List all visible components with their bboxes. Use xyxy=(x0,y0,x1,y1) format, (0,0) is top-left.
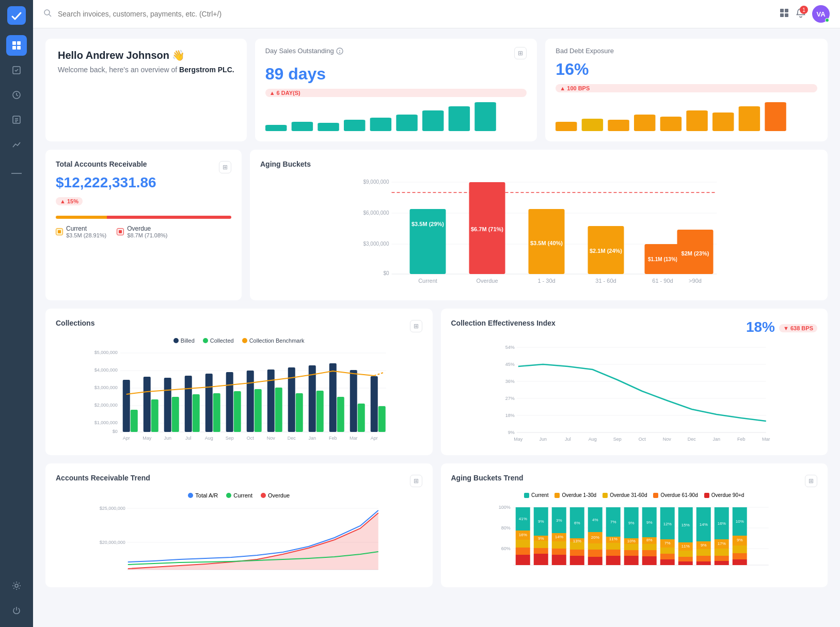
cei-title: Collection Effectiveness Index xyxy=(451,319,556,327)
svg-text:$4,000,000: $4,000,000 xyxy=(94,367,118,373)
svg-rect-7 xyxy=(13,116,20,123)
svg-text:9%: 9% xyxy=(508,430,514,435)
svg-rect-51 xyxy=(410,209,446,274)
ar-legend: Current $3.5M (28.91%) Overdue $8.7M (71… xyxy=(56,225,231,238)
bad-debt-title: Bad Debt Exposure xyxy=(556,47,614,55)
svg-text:Nov: Nov xyxy=(267,436,276,441)
svg-rect-89 xyxy=(205,374,213,432)
svg-text:Jan: Jan xyxy=(712,437,720,442)
svg-text:$0: $0 xyxy=(383,270,389,276)
collections-expand[interactable]: ⊞ xyxy=(410,320,422,332)
svg-text:Oct: Oct xyxy=(247,436,255,441)
svg-text:9%: 9% xyxy=(700,543,706,548)
svg-rect-236 xyxy=(714,556,728,561)
collected-dot xyxy=(203,338,208,343)
legend-at-61-90: Overdue 61-90d xyxy=(653,492,698,498)
svg-text:13%: 13% xyxy=(573,539,581,543)
trend-row: Accounts Receivable Trend ⊞ Total A/R Cu… xyxy=(45,463,828,587)
svg-rect-83 xyxy=(144,377,151,432)
notification-badge: 1 xyxy=(800,6,808,14)
svg-rect-27 xyxy=(396,115,417,131)
svg-rect-96 xyxy=(275,388,282,432)
legend-overdue: Overdue $8.7M (71.08%) xyxy=(117,225,167,238)
cei-badge: ▼ 638 BPS xyxy=(779,324,817,332)
svg-text:$3.5M (40%): $3.5M (40%) xyxy=(530,240,563,246)
middle-row: Total Accounts Receivable ⊞ $12,222,331.… xyxy=(45,150,828,300)
svg-rect-15 xyxy=(780,9,784,12)
legend-at-current: Current xyxy=(524,492,548,498)
dso-expand-button[interactable]: ⊞ xyxy=(514,47,527,59)
sidebar xyxy=(0,0,33,627)
svg-text:Aug: Aug xyxy=(588,437,596,442)
ar-trend-card: Accounts Receivable Trend ⊞ Total A/R Cu… xyxy=(45,463,433,587)
svg-text:54%: 54% xyxy=(505,345,514,350)
app-logo[interactable] xyxy=(7,6,26,25)
ar-overdue-dot xyxy=(261,493,266,498)
svg-text:18%: 18% xyxy=(505,413,514,418)
svg-text:11%: 11% xyxy=(609,537,617,541)
svg-rect-159 xyxy=(515,548,530,555)
svg-line-14 xyxy=(49,14,51,17)
ar-expand-button[interactable]: ⊞ xyxy=(219,161,231,173)
svg-text:4%: 4% xyxy=(592,518,598,522)
aging-trend-expand[interactable]: ⊞ xyxy=(805,475,817,487)
svg-rect-3 xyxy=(12,46,16,50)
svg-text:3%: 3% xyxy=(556,518,562,523)
svg-rect-167 xyxy=(533,554,548,565)
sidebar-item-list[interactable] xyxy=(6,109,27,130)
sidebar-item-dashboard[interactable] xyxy=(6,35,27,56)
svg-rect-235 xyxy=(714,549,728,556)
svg-rect-172 xyxy=(551,541,566,549)
dso-value: 89 days xyxy=(265,65,527,84)
svg-rect-40 xyxy=(58,230,61,233)
grid-icon[interactable] xyxy=(779,8,789,21)
ar-trend-chart: $25,000,000 $20,000,000 xyxy=(56,503,422,575)
collections-legend: Billed Collected Collection Benchmark xyxy=(56,337,422,344)
search-input[interactable] xyxy=(58,10,773,18)
svg-text:7%: 7% xyxy=(664,541,670,545)
svg-text:Oct: Oct xyxy=(638,437,646,442)
svg-rect-86 xyxy=(172,397,179,432)
svg-text:11%: 11% xyxy=(681,544,689,549)
notification-button[interactable]: 1 xyxy=(796,8,806,20)
svg-rect-186 xyxy=(588,543,602,550)
svg-rect-194 xyxy=(606,550,620,556)
sidebar-item-power[interactable] xyxy=(6,600,27,621)
svg-rect-87 xyxy=(185,376,192,432)
svg-rect-85 xyxy=(164,378,171,432)
dso-title: Day Sales Outstanding xyxy=(265,47,343,55)
svg-text:27%: 27% xyxy=(505,396,514,401)
sidebar-item-tasks[interactable] xyxy=(6,60,27,81)
svg-rect-4 xyxy=(17,46,21,50)
cei-value-wrap: 18% ▼ 638 BPS xyxy=(746,319,817,335)
user-avatar[interactable]: VA xyxy=(812,5,830,23)
legend-collected: Collected xyxy=(203,337,234,344)
svg-rect-104 xyxy=(358,404,365,432)
svg-text:9%: 9% xyxy=(646,520,652,525)
legend-total-ar: Total A/R xyxy=(188,492,218,499)
svg-rect-222 xyxy=(678,557,692,561)
svg-rect-229 xyxy=(696,556,710,561)
sidebar-item-divider xyxy=(6,163,27,184)
sidebar-item-clock[interactable] xyxy=(6,85,27,105)
svg-rect-32 xyxy=(582,119,603,131)
svg-text:9%: 9% xyxy=(537,519,544,524)
svg-rect-165 xyxy=(533,541,548,548)
progress-overdue xyxy=(107,216,231,219)
svg-text:Feb: Feb xyxy=(329,436,337,441)
ar-trend-expand[interactable]: ⊞ xyxy=(410,475,422,487)
sidebar-item-chart[interactable] xyxy=(6,134,27,155)
dso-badge: ▲ 6 DAY(S) xyxy=(265,89,527,97)
svg-rect-81 xyxy=(123,380,130,432)
svg-text:9%: 9% xyxy=(537,536,544,541)
svg-rect-208 xyxy=(642,550,656,556)
svg-text:May: May xyxy=(514,437,523,442)
svg-text:Apr: Apr xyxy=(123,436,130,441)
svg-rect-105 xyxy=(371,376,378,432)
svg-text:16%: 16% xyxy=(518,533,527,537)
svg-rect-84 xyxy=(151,399,159,432)
online-indicator xyxy=(825,18,829,22)
svg-text:$6,000,000: $6,000,000 xyxy=(363,210,389,216)
aging-trend-legend: Current Overdue 1-30d Overdue 31-60d Ove… xyxy=(451,492,818,498)
sidebar-item-settings[interactable] xyxy=(6,575,27,596)
